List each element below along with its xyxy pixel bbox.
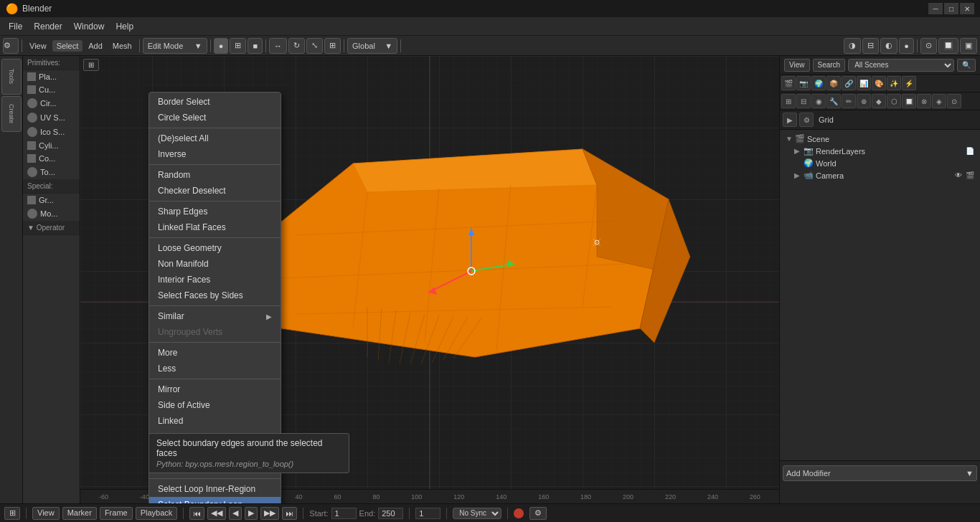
status-frame-label[interactable]: Frame xyxy=(100,507,133,520)
edge-select-btn[interactable]: ⊞ xyxy=(230,38,246,54)
sidebar-item-cube[interactable]: Cu... xyxy=(23,83,80,96)
sidebar-item-grid[interactable]: Gr... xyxy=(23,194,80,207)
right-icon-constraints[interactable]: 🔗 xyxy=(842,76,856,90)
tab-tools[interactable]: Tools xyxy=(1,59,22,95)
start-frame-input[interactable] xyxy=(331,508,357,519)
timeline-end-btn[interactable]: ⏭ xyxy=(282,507,297,520)
transform-global-btn[interactable]: Global ▼ xyxy=(347,38,397,54)
scene-tree-item-scene[interactable]: ▼ 🎬 Scene xyxy=(783,133,977,145)
timeline-reverse-btn[interactable]: ◀ xyxy=(229,507,242,520)
right-icon-btn-11[interactable]: ◈ xyxy=(932,94,946,108)
menu-item-random[interactable]: Random xyxy=(149,167,281,183)
menu-item-select-boundary-loop[interactable]: Select Boundary Loop xyxy=(149,497,281,503)
right-icon-btn-7[interactable]: ◆ xyxy=(872,94,886,108)
right-icon-btn-3[interactable]: ◉ xyxy=(811,94,826,108)
right-icon-materials[interactable]: 🎨 xyxy=(872,76,886,90)
sidebar-item-icosphere[interactable]: Ico S... xyxy=(23,125,80,139)
right-panel-search-icon-btn[interactable]: 🔍 xyxy=(957,59,976,72)
sidebar-item-monkey[interactable]: Mo... xyxy=(23,207,80,221)
right-icon-btn-1[interactable]: ⊞ xyxy=(781,94,796,108)
status-icon-btn[interactable]: ⊞ xyxy=(4,507,20,520)
menu-item-similar[interactable]: Similar ▶ xyxy=(149,308,281,324)
end-frame-input[interactable] xyxy=(378,508,403,519)
right-panel-view-btn[interactable]: View xyxy=(784,59,810,72)
right-icon-data[interactable]: 📊 xyxy=(857,76,871,90)
menu-item-less[interactable]: Less xyxy=(149,361,281,376)
menu-item-help[interactable]: Help xyxy=(110,20,139,33)
shading-wire-btn[interactable]: ⊟ xyxy=(862,38,879,54)
menu-item-render[interactable]: Render xyxy=(28,20,67,33)
mode-selector[interactable]: Edit Mode ▼ xyxy=(143,38,207,54)
transform-scale-btn[interactable]: ⤡ xyxy=(306,38,323,54)
right-icon-scene[interactable]: 🎬 xyxy=(781,76,796,90)
right-icon-particles[interactable]: ✨ xyxy=(887,76,901,90)
menu-item-circle-select[interactable]: Circle Select xyxy=(149,110,281,125)
status-marker-label[interactable]: Marker xyxy=(62,507,97,520)
menu-item-linked[interactable]: Linked xyxy=(149,413,281,429)
menu-item-more[interactable]: More xyxy=(149,345,281,361)
scene-tree-item-camera[interactable]: ▶ 📹 Camera 👁 🎬 xyxy=(783,169,977,181)
timeline-next-frame-btn[interactable]: ▶▶ xyxy=(260,507,279,520)
viewport-menu-select[interactable]: Select xyxy=(52,40,83,52)
menu-item-loose-geometry[interactable]: Loose Geometry xyxy=(149,240,281,256)
menu-item-border-select[interactable]: Border Select xyxy=(149,94,281,110)
right-icon-btn-5[interactable]: ✏ xyxy=(842,94,856,108)
sidebar-item-torus[interactable]: To... xyxy=(23,165,80,179)
right-icon-btn-2[interactable]: ⊟ xyxy=(796,94,811,108)
menu-item-linked-flat-faces[interactable]: Linked Flat Faces xyxy=(149,219,281,235)
viewport-menu-mesh[interactable]: Mesh xyxy=(108,40,136,52)
right-icon-btn-8[interactable]: ⬡ xyxy=(887,94,901,108)
sidebar-item-circle[interactable]: Cir... xyxy=(23,96,80,110)
maximize-button[interactable]: □ xyxy=(944,3,958,14)
status-settings-btn[interactable]: ⚙ xyxy=(529,507,547,520)
menu-item-select-faces-sides[interactable]: Select Faces by Sides xyxy=(149,288,281,303)
shading-render-btn[interactable]: ● xyxy=(899,38,914,54)
status-view-label[interactable]: View xyxy=(32,507,60,520)
timeline-play-btn[interactable]: ⏮ xyxy=(189,507,204,520)
proportional-edit-btn[interactable]: ⊙ xyxy=(920,38,937,54)
tab-create[interactable]: Create xyxy=(1,96,22,132)
menu-item-sharp-edges[interactable]: Sharp Edges xyxy=(149,204,281,219)
shading-solid-btn[interactable]: ◑ xyxy=(844,38,861,54)
record-button[interactable] xyxy=(514,508,524,518)
minimize-button[interactable]: ─ xyxy=(928,3,943,14)
menu-item-select-loop-inner[interactable]: Select Loop Inner-Region xyxy=(149,481,281,497)
sidebar-item-cylinder[interactable]: Cyli... xyxy=(23,139,80,152)
right-icon-physics[interactable]: ⚡ xyxy=(902,76,916,90)
right-panel-search-btn[interactable]: Search xyxy=(813,59,846,72)
right-icon-btn-12[interactable]: ⊙ xyxy=(947,94,961,108)
timeline-play-fwd-btn[interactable]: ▶ xyxy=(245,507,258,520)
menu-item-deselect-all[interactable]: (De)select All xyxy=(149,130,281,146)
menu-item-interior-faces[interactable]: Interior Faces xyxy=(149,272,281,288)
timeline-prev-frame-btn[interactable]: ◀◀ xyxy=(207,507,226,520)
scene-tree-item-world[interactable]: 🌍 World xyxy=(783,157,977,169)
sync-selector[interactable]: No Sync xyxy=(453,508,501,519)
transform-rotate-btn[interactable]: ↻ xyxy=(288,38,305,54)
scene-tree-item-renderlayers[interactable]: ▶ 📷 RenderLayers 📄 xyxy=(783,145,977,157)
object-mode-icon[interactable]: ⚙ xyxy=(799,113,814,127)
status-playback-label[interactable]: Playback xyxy=(136,507,178,520)
menu-item-checker-deselect[interactable]: Checker Deselect xyxy=(149,183,281,199)
menu-item-window[interactable]: Window xyxy=(68,20,110,33)
menu-item-mirror[interactable]: Mirror xyxy=(149,381,281,397)
vertex-select-btn[interactable]: ● xyxy=(214,38,229,54)
snap-btn[interactable]: 🔲 xyxy=(938,38,958,54)
sidebar-item-uvsphere[interactable]: UV S... xyxy=(23,110,80,125)
right-icon-render[interactable]: 📷 xyxy=(796,76,811,90)
right-icon-btn-6[interactable]: ⊕ xyxy=(857,94,871,108)
menu-item-inverse[interactable]: Inverse xyxy=(149,146,281,162)
right-icon-btn-4[interactable]: 🔧 xyxy=(826,94,841,108)
xray-btn[interactable]: ▣ xyxy=(960,38,977,54)
transform-custom-btn[interactable]: ⊞ xyxy=(324,38,341,54)
scene-selector[interactable]: All Scenes xyxy=(848,59,954,72)
viewport[interactable]: ⊞ -60 -40 -20 0 20 40 60 80 100 120 140 … xyxy=(80,56,779,503)
right-icon-btn-10[interactable]: ⊗ xyxy=(917,94,931,108)
toolbar-icon-btn[interactable]: ⚙ xyxy=(3,38,19,54)
right-icon-btn-9[interactable]: 🔲 xyxy=(902,94,916,108)
viewport-menu-view[interactable]: View xyxy=(25,40,51,52)
shading-material-btn[interactable]: ◐ xyxy=(880,38,897,54)
transform-grab-btn[interactable]: ↔ xyxy=(269,38,287,54)
close-button[interactable]: ✕ xyxy=(960,3,974,14)
current-frame-input[interactable] xyxy=(415,508,440,519)
add-modifier-button[interactable]: Add Modifier ▼ xyxy=(783,465,977,481)
